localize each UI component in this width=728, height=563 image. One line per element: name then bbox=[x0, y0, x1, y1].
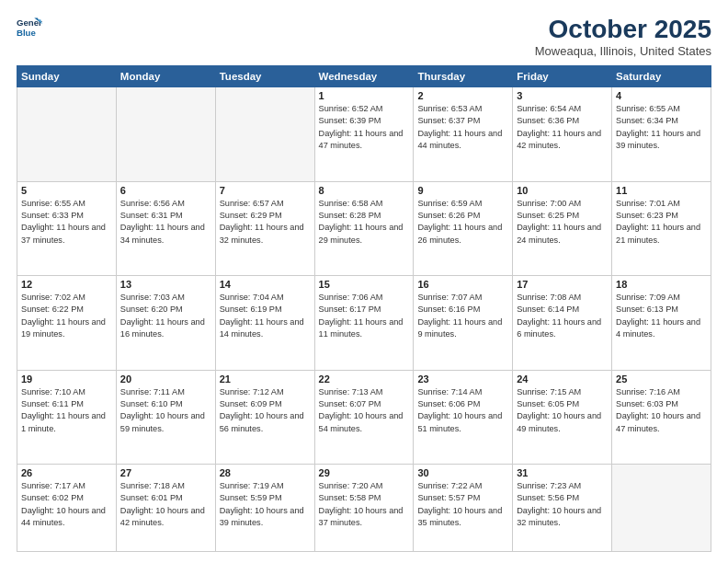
day-info: Sunrise: 7:22 AMSunset: 5:57 PMDaylight:… bbox=[417, 480, 508, 529]
day-number: 19 bbox=[21, 373, 112, 385]
day-number: 22 bbox=[319, 373, 410, 385]
svg-text:Blue: Blue bbox=[17, 28, 36, 38]
col-saturday: Saturday bbox=[612, 66, 711, 87]
table-row bbox=[215, 87, 314, 182]
table-row: 27Sunrise: 7:18 AMSunset: 6:01 PMDayligh… bbox=[116, 465, 215, 552]
table-row: 13Sunrise: 7:03 AMSunset: 6:20 PMDayligh… bbox=[116, 276, 215, 371]
day-info: Sunrise: 7:11 AMSunset: 6:10 PMDaylight:… bbox=[120, 386, 211, 435]
day-number: 27 bbox=[120, 467, 211, 478]
col-wednesday: Wednesday bbox=[314, 66, 414, 87]
table-row: 17Sunrise: 7:08 AMSunset: 6:14 PMDayligh… bbox=[513, 276, 612, 371]
day-number: 7 bbox=[220, 185, 311, 196]
day-number: 12 bbox=[21, 279, 112, 290]
day-info: Sunrise: 7:07 AMSunset: 6:16 PMDaylight:… bbox=[417, 292, 508, 340]
table-row: 30Sunrise: 7:22 AMSunset: 5:57 PMDayligh… bbox=[414, 465, 513, 552]
day-info: Sunrise: 6:55 AMSunset: 6:34 PMDaylight:… bbox=[616, 103, 707, 152]
day-number: 13 bbox=[120, 279, 211, 290]
location: Moweaqua, Illinois, United States bbox=[535, 44, 711, 58]
day-info: Sunrise: 6:53 AMSunset: 6:37 PMDaylight:… bbox=[417, 103, 508, 152]
day-number: 8 bbox=[319, 185, 410, 196]
day-number: 20 bbox=[120, 373, 211, 385]
day-number: 10 bbox=[517, 185, 608, 196]
logo: General Blue bbox=[17, 15, 42, 40]
month-title: October 2025 bbox=[535, 15, 711, 44]
day-number: 14 bbox=[220, 279, 311, 290]
table-row: 31Sunrise: 7:23 AMSunset: 5:56 PMDayligh… bbox=[513, 465, 612, 552]
logo-icon: General Blue bbox=[17, 15, 42, 40]
day-number: 31 bbox=[517, 467, 608, 478]
calendar-week-row: 12Sunrise: 7:02 AMSunset: 6:22 PMDayligh… bbox=[17, 276, 711, 371]
day-info: Sunrise: 7:14 AMSunset: 6:06 PMDaylight:… bbox=[417, 386, 508, 435]
day-number: 24 bbox=[517, 373, 608, 385]
svg-text:General: General bbox=[17, 17, 42, 28]
table-row: 9Sunrise: 6:59 AMSunset: 6:26 PMDaylight… bbox=[414, 181, 513, 276]
day-info: Sunrise: 7:15 AMSunset: 6:05 PMDaylight:… bbox=[517, 386, 608, 435]
day-info: Sunrise: 7:02 AMSunset: 6:22 PMDaylight:… bbox=[21, 292, 112, 340]
day-number: 18 bbox=[616, 279, 707, 290]
day-number: 23 bbox=[417, 373, 508, 385]
col-monday: Monday bbox=[116, 66, 215, 87]
table-row: 16Sunrise: 7:07 AMSunset: 6:16 PMDayligh… bbox=[414, 276, 513, 371]
day-number: 16 bbox=[417, 279, 508, 290]
day-info: Sunrise: 7:00 AMSunset: 6:25 PMDaylight:… bbox=[517, 198, 608, 247]
table-row: 7Sunrise: 6:57 AMSunset: 6:29 PMDaylight… bbox=[215, 181, 314, 276]
day-number: 9 bbox=[417, 185, 508, 196]
day-info: Sunrise: 7:20 AMSunset: 5:58 PMDaylight:… bbox=[319, 480, 410, 529]
table-row bbox=[17, 87, 117, 182]
day-info: Sunrise: 7:01 AMSunset: 6:23 PMDaylight:… bbox=[616, 198, 707, 247]
day-number: 2 bbox=[417, 90, 508, 101]
calendar: Sunday Monday Tuesday Wednesday Thursday… bbox=[17, 65, 711, 552]
table-row: 29Sunrise: 7:20 AMSunset: 5:58 PMDayligh… bbox=[314, 465, 414, 552]
col-tuesday: Tuesday bbox=[215, 66, 314, 87]
table-row: 15Sunrise: 7:06 AMSunset: 6:17 PMDayligh… bbox=[314, 276, 414, 371]
day-info: Sunrise: 6:57 AMSunset: 6:29 PMDaylight:… bbox=[220, 198, 311, 247]
calendar-week-row: 1Sunrise: 6:52 AMSunset: 6:39 PMDaylight… bbox=[17, 87, 711, 182]
table-row: 4Sunrise: 6:55 AMSunset: 6:34 PMDaylight… bbox=[612, 87, 711, 182]
day-info: Sunrise: 7:04 AMSunset: 6:19 PMDaylight:… bbox=[220, 292, 311, 340]
day-number: 28 bbox=[220, 467, 311, 478]
table-row: 6Sunrise: 6:56 AMSunset: 6:31 PMDaylight… bbox=[116, 181, 215, 276]
col-friday: Friday bbox=[513, 66, 612, 87]
calendar-header-row: Sunday Monday Tuesday Wednesday Thursday… bbox=[17, 66, 711, 87]
day-info: Sunrise: 7:10 AMSunset: 6:11 PMDaylight:… bbox=[21, 386, 112, 435]
table-row: 24Sunrise: 7:15 AMSunset: 6:05 PMDayligh… bbox=[513, 370, 612, 465]
table-row: 12Sunrise: 7:02 AMSunset: 6:22 PMDayligh… bbox=[17, 276, 117, 371]
day-info: Sunrise: 7:18 AMSunset: 6:01 PMDaylight:… bbox=[120, 480, 211, 529]
table-row bbox=[116, 87, 215, 182]
header: General Blue October 2025 Moweaqua, Illi… bbox=[17, 15, 711, 58]
day-info: Sunrise: 7:08 AMSunset: 6:14 PMDaylight:… bbox=[517, 292, 608, 340]
day-info: Sunrise: 7:09 AMSunset: 6:13 PMDaylight:… bbox=[616, 292, 707, 340]
calendar-week-row: 26Sunrise: 7:17 AMSunset: 6:02 PMDayligh… bbox=[17, 465, 711, 552]
day-number: 21 bbox=[220, 373, 311, 385]
day-info: Sunrise: 6:55 AMSunset: 6:33 PMDaylight:… bbox=[21, 198, 112, 247]
table-row bbox=[612, 465, 711, 552]
col-sunday: Sunday bbox=[17, 66, 117, 87]
day-info: Sunrise: 7:03 AMSunset: 6:20 PMDaylight:… bbox=[120, 292, 211, 340]
day-number: 15 bbox=[319, 279, 410, 290]
day-info: Sunrise: 7:19 AMSunset: 5:59 PMDaylight:… bbox=[220, 480, 311, 529]
table-row: 25Sunrise: 7:16 AMSunset: 6:03 PMDayligh… bbox=[612, 370, 711, 465]
day-number: 1 bbox=[319, 90, 410, 101]
table-row: 28Sunrise: 7:19 AMSunset: 5:59 PMDayligh… bbox=[215, 465, 314, 552]
table-row: 3Sunrise: 6:54 AMSunset: 6:36 PMDaylight… bbox=[513, 87, 612, 182]
table-row: 18Sunrise: 7:09 AMSunset: 6:13 PMDayligh… bbox=[612, 276, 711, 371]
day-number: 4 bbox=[616, 90, 707, 101]
day-number: 17 bbox=[517, 279, 608, 290]
title-block: October 2025 Moweaqua, Illinois, United … bbox=[535, 15, 711, 58]
day-info: Sunrise: 6:54 AMSunset: 6:36 PMDaylight:… bbox=[517, 103, 608, 152]
day-info: Sunrise: 7:06 AMSunset: 6:17 PMDaylight:… bbox=[319, 292, 410, 340]
col-thursday: Thursday bbox=[414, 66, 513, 87]
day-info: Sunrise: 6:58 AMSunset: 6:28 PMDaylight:… bbox=[319, 198, 410, 247]
table-row: 22Sunrise: 7:13 AMSunset: 6:07 PMDayligh… bbox=[314, 370, 414, 465]
page: General Blue October 2025 Moweaqua, Illi… bbox=[0, 0, 728, 563]
calendar-week-row: 5Sunrise: 6:55 AMSunset: 6:33 PMDaylight… bbox=[17, 181, 711, 276]
day-number: 25 bbox=[616, 373, 707, 385]
calendar-week-row: 19Sunrise: 7:10 AMSunset: 6:11 PMDayligh… bbox=[17, 370, 711, 465]
day-number: 29 bbox=[319, 467, 410, 478]
day-info: Sunrise: 7:13 AMSunset: 6:07 PMDaylight:… bbox=[319, 386, 410, 435]
table-row: 2Sunrise: 6:53 AMSunset: 6:37 PMDaylight… bbox=[414, 87, 513, 182]
table-row: 23Sunrise: 7:14 AMSunset: 6:06 PMDayligh… bbox=[414, 370, 513, 465]
day-info: Sunrise: 7:16 AMSunset: 6:03 PMDaylight:… bbox=[616, 386, 707, 435]
table-row: 14Sunrise: 7:04 AMSunset: 6:19 PMDayligh… bbox=[215, 276, 314, 371]
day-info: Sunrise: 6:59 AMSunset: 6:26 PMDaylight:… bbox=[417, 198, 508, 247]
